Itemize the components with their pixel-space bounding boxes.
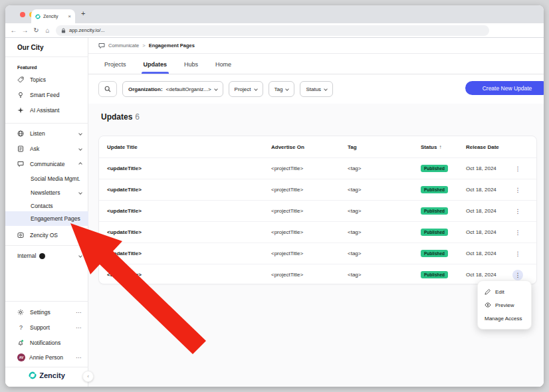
sidebar-item-settings[interactable]: Settings ⋯: [5, 306, 88, 319]
tag-filter[interactable]: Tag: [269, 81, 295, 97]
sidebar-item-zencity-os[interactable]: Zencity OS: [5, 229, 88, 242]
col-status[interactable]: Status↑: [421, 144, 466, 150]
menu-item-manage-access[interactable]: Manage Access: [478, 312, 531, 325]
organization-filter[interactable]: Organization: <defaultOrganiz...>: [122, 81, 223, 97]
table-row[interactable]: <updateTitle> <projectTitle> <tag> Publi…: [99, 200, 536, 221]
table-row[interactable]: <updateTitle> <projectTitle> <tag> Publi…: [99, 264, 536, 285]
chevron-down-icon[interactable]: [78, 191, 82, 195]
row-kebab-menu-icon[interactable]: ⋮: [512, 270, 523, 280]
more-options-icon[interactable]: ⋯: [76, 325, 82, 331]
tag-cell: <tag>: [348, 187, 421, 193]
sidebar-item-support[interactable]: ? Support ⋯: [5, 321, 88, 334]
search-icon: [104, 86, 111, 92]
status-filter-label: Status: [306, 86, 321, 92]
organization-filter-value: <defaultOrganiz...>: [166, 86, 211, 92]
release-date-cell: Oct 18, 2024: [466, 272, 512, 278]
sidebar-item-contacts[interactable]: Contacts: [5, 199, 88, 213]
tab-home[interactable]: Home: [215, 61, 231, 74]
release-date-cell: Oct 18, 2024: [466, 229, 512, 235]
advertise-on-cell: <projectTitle>: [271, 208, 348, 214]
chevron-down-icon: [254, 87, 258, 91]
forward-icon[interactable]: →: [19, 27, 31, 34]
browser-tab[interactable]: Zencity ×: [31, 9, 75, 23]
row-kebab-menu-icon[interactable]: ⋮: [512, 163, 523, 174]
table-row[interactable]: <updateTitle> <projectTitle> <tag> Publi…: [99, 179, 536, 200]
sidebar-item-communicate[interactable]: Communicate: [5, 157, 88, 171]
browser-tabstrip: Zencity × +: [5, 5, 544, 23]
menu-item-label: Manage Access: [485, 316, 522, 322]
update-title-cell: <updateTitle>: [107, 272, 271, 278]
status-badge: Published: [421, 186, 448, 193]
internal-badge: [39, 253, 45, 259]
sidebar-item-ask[interactable]: Ask: [5, 142, 88, 155]
address-bar[interactable]: app.zencity.io/...: [56, 25, 489, 36]
sidebar-item-newsletters[interactable]: Newsletters: [5, 186, 88, 199]
chevron-down-icon[interactable]: [78, 132, 82, 136]
new-tab-button[interactable]: +: [81, 9, 85, 17]
sidebar-item-user[interactable]: AV Annie Person ⋯: [5, 351, 88, 364]
row-kebab-menu-icon[interactable]: ⋮: [512, 185, 523, 195]
tab-updates[interactable]: Updates: [144, 61, 167, 74]
menu-item-preview[interactable]: Preview: [478, 298, 531, 312]
table-row[interactable]: <updateTitle> <projectTitle> <tag> Publi…: [99, 243, 536, 264]
eye-icon: [485, 302, 491, 308]
row-kebab-menu-icon[interactable]: ⋮: [512, 227, 523, 238]
sidebar-item-notifications[interactable]: Notifications: [5, 336, 88, 349]
sidebar-item-label: Listen: [30, 130, 79, 137]
breadcrumb-level1[interactable]: Communicate: [108, 43, 139, 49]
tab-projects[interactable]: Projects: [104, 61, 126, 74]
chevron-up-icon[interactable]: [78, 162, 82, 166]
browser-window: Zencity × + ← → ↻ ⌂ app.zencity.io/... ☆…: [5, 5, 544, 387]
status-badge: Published: [421, 229, 448, 236]
tab-close-icon[interactable]: ×: [68, 13, 71, 19]
updates-table: Update Title Advertise On Tag Status↑ Re…: [98, 136, 537, 284]
sidebar-item-topics[interactable]: Topics: [5, 73, 88, 86]
search-button[interactable]: [98, 81, 117, 97]
status-filter[interactable]: Status: [300, 81, 333, 97]
sidebar-item-smart-feed[interactable]: Smart Feed: [5, 88, 88, 102]
table-row[interactable]: <updateTitle> <projectTitle> <tag> Publi…: [99, 157, 536, 179]
menu-item-edit[interactable]: Edit: [478, 285, 531, 298]
sidebar-item-engagement-pages[interactable]: Engagement Pages: [5, 211, 88, 226]
table-row[interactable]: <updateTitle> <projectTitle> <tag> Publi…: [99, 221, 536, 243]
more-options-icon[interactable]: ⋯: [76, 355, 82, 361]
home-icon[interactable]: ⌂: [42, 27, 53, 34]
create-new-update-button[interactable]: Create New Update: [465, 81, 544, 95]
sidebar-item-social-media-mgmt[interactable]: Social Media Mgmt.: [5, 172, 88, 185]
sidebar-item-label: Settings: [30, 309, 76, 316]
tab-hubs[interactable]: Hubs: [184, 61, 198, 74]
zencity-logo-text: Zencity: [39, 371, 65, 379]
chevron-down-icon[interactable]: [78, 254, 82, 258]
chevron-down-icon[interactable]: [78, 147, 82, 151]
advertise-on-cell: <projectTitle>: [271, 250, 348, 256]
back-icon[interactable]: ←: [8, 27, 19, 34]
tag-icon: [17, 76, 25, 83]
workspace-title: Our City: [17, 44, 43, 51]
status-badge: Published: [421, 250, 448, 257]
advertise-on-cell: <projectTitle>: [271, 229, 348, 235]
tag-filter-label: Tag: [274, 86, 283, 92]
sidebar-item-label: Internal: [17, 252, 36, 259]
browser-toolbar: ← → ↻ ⌂ app.zencity.io/... ☆ ⋮: [5, 23, 544, 38]
reload-icon[interactable]: ↻: [31, 27, 42, 34]
sidebar-collapse-button[interactable]: ‹: [82, 371, 94, 382]
sidebar-item-ai-assistant[interactable]: AI Assistant: [5, 104, 88, 117]
project-filter-label: Project: [235, 86, 251, 92]
table-header-row: Update Title Advertise On Tag Status↑ Re…: [99, 136, 536, 157]
release-date-cell: Oct 18, 2024: [466, 165, 512, 171]
status-badge: Published: [421, 271, 448, 278]
breadcrumb-separator: >: [142, 43, 145, 49]
sidebar-item-internal[interactable]: Internal: [5, 249, 88, 262]
sidebar-item-label: Annie Person: [29, 354, 76, 361]
chevron-down-icon: [214, 87, 218, 91]
bell-icon: [17, 340, 25, 346]
row-kebab-menu-icon[interactable]: ⋮: [512, 248, 523, 259]
project-filter[interactable]: Project: [229, 81, 263, 97]
close-window-button[interactable]: [20, 12, 25, 17]
col-update-title: Update Title: [107, 144, 271, 150]
sidebar-item-label: Notifications: [30, 340, 82, 346]
sidebar-item-listen[interactable]: Listen: [5, 127, 88, 140]
more-options-icon[interactable]: ⋯: [76, 310, 82, 316]
row-kebab-menu-icon[interactable]: ⋮: [512, 206, 523, 217]
lock-icon: [61, 28, 66, 33]
